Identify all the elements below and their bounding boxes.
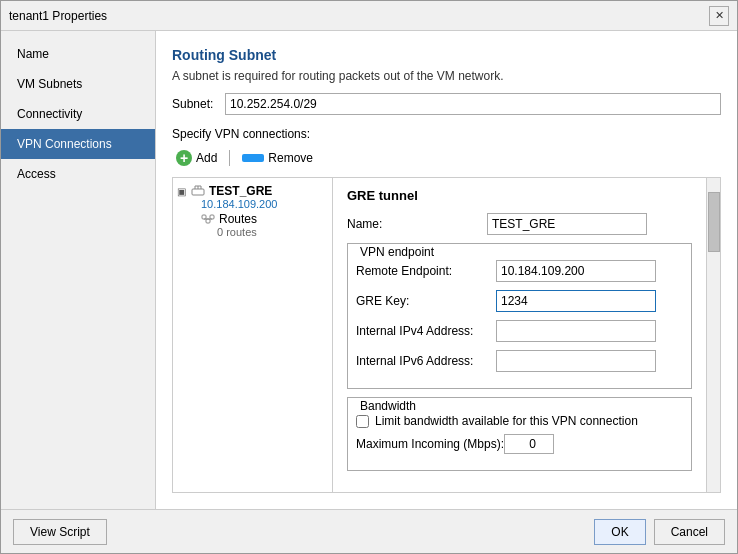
internal-ipv4-row: Internal IPv4 Address:	[356, 320, 683, 342]
internal-ipv6-label: Internal IPv6 Address:	[356, 354, 496, 368]
remote-endpoint-row: Remote Endpoint:	[356, 260, 683, 282]
toolbar: + Add Remove	[172, 147, 721, 169]
detail-title: GRE tunnel	[347, 188, 692, 203]
sidebar-item-connectivity[interactable]: Connectivity	[1, 99, 155, 129]
limit-bandwidth-row: Limit bandwidth available for this VPN c…	[356, 414, 683, 428]
split-panel: ▣ TEST_GRE 10.184.109.200	[172, 177, 721, 493]
detail-scrollbar[interactable]	[706, 178, 720, 492]
remove-icon	[242, 154, 264, 162]
max-incoming-input[interactable]	[504, 434, 554, 454]
name-row: Name:	[347, 213, 692, 235]
limit-bandwidth-label: Limit bandwidth available for this VPN c…	[375, 414, 638, 428]
remote-endpoint-input[interactable]	[496, 260, 656, 282]
tree-collapse-icon[interactable]: ▣	[177, 186, 187, 197]
internal-ipv6-row: Internal IPv6 Address:	[356, 350, 683, 372]
gre-key-label: GRE Key:	[356, 294, 496, 308]
tree-panel: ▣ TEST_GRE 10.184.109.200	[173, 178, 333, 492]
vpn-endpoint-legend: VPN endpoint	[356, 245, 683, 259]
vpn-endpoint-group: VPN endpoint Remote Endpoint: GRE Key: I…	[347, 243, 692, 389]
tree-routes: Routes 0 routes	[201, 210, 277, 240]
title-bar: tenant1 Properties ✕	[1, 1, 737, 31]
routes-row: Routes	[201, 212, 277, 226]
add-label: Add	[196, 151, 217, 165]
tree-item-gre[interactable]: ▣ TEST_GRE 10.184.109.200	[173, 182, 332, 242]
name-label: Name:	[347, 217, 487, 231]
gre-network-icon	[191, 184, 205, 198]
add-icon: +	[176, 150, 192, 166]
internal-ipv4-label: Internal IPv4 Address:	[356, 324, 496, 338]
svg-rect-0	[192, 189, 204, 195]
max-incoming-label: Maximum Incoming (Mbps):	[356, 437, 504, 451]
section-desc: A subnet is required for routing packets…	[172, 69, 721, 83]
vpn-label: Specify VPN connections:	[172, 127, 721, 141]
subnet-label: Subnet:	[172, 97, 217, 111]
add-button[interactable]: + Add	[172, 147, 221, 169]
dialog-window: tenant1 Properties ✕ Name VM Subnets Con…	[0, 0, 738, 554]
footer-right: OK Cancel	[594, 519, 725, 545]
sidebar: Name VM Subnets Connectivity VPN Connect…	[1, 31, 156, 509]
gre-key-input[interactable]	[496, 290, 656, 312]
cancel-button[interactable]: Cancel	[654, 519, 725, 545]
svg-rect-7	[210, 215, 214, 219]
sidebar-item-vm-subnets[interactable]: VM Subnets	[1, 69, 155, 99]
routes-label: Routes	[219, 212, 257, 226]
internal-ipv4-input[interactable]	[496, 320, 656, 342]
dialog-body: Name VM Subnets Connectivity VPN Connect…	[1, 31, 737, 509]
ok-button[interactable]: OK	[594, 519, 645, 545]
name-input[interactable]	[487, 213, 647, 235]
close-button[interactable]: ✕	[709, 6, 729, 26]
subnet-row: Subnet:	[172, 93, 721, 115]
limit-bandwidth-checkbox[interactable]	[356, 415, 369, 428]
tree-item-inner: ▣ TEST_GRE 10.184.109.200	[177, 184, 277, 240]
bandwidth-legend: Bandwidth	[356, 399, 683, 413]
toolbar-separator	[229, 150, 230, 166]
routes-count: 0 routes	[217, 226, 277, 238]
detail-panel: GRE tunnel Name: VPN endpoint Remote End…	[333, 178, 706, 492]
max-incoming-row: Maximum Incoming (Mbps):	[356, 434, 683, 454]
dialog-title: tenant1 Properties	[9, 9, 107, 23]
main-content: Routing Subnet A subnet is required for …	[156, 31, 737, 509]
footer-left: View Script	[13, 519, 107, 545]
remote-endpoint-label: Remote Endpoint:	[356, 264, 496, 278]
scrollbar-thumb[interactable]	[708, 192, 720, 252]
remove-label: Remove	[268, 151, 313, 165]
tree-item-ip: 10.184.109.200	[201, 198, 277, 210]
sidebar-item-vpn-connections[interactable]: VPN Connections	[1, 129, 155, 159]
sidebar-item-access[interactable]: Access	[1, 159, 155, 189]
remove-button[interactable]: Remove	[238, 147, 317, 169]
internal-ipv6-input[interactable]	[496, 350, 656, 372]
view-script-button[interactable]: View Script	[13, 519, 107, 545]
tree-item-name: TEST_GRE	[209, 184, 272, 198]
tree-item-row: ▣ TEST_GRE	[177, 184, 277, 198]
gre-key-row: GRE Key:	[356, 290, 683, 312]
dialog-footer: View Script OK Cancel	[1, 509, 737, 553]
section-title: Routing Subnet	[172, 47, 721, 63]
bandwidth-group: Bandwidth Limit bandwidth available for …	[347, 397, 692, 471]
svg-rect-5	[202, 215, 206, 219]
sidebar-item-name[interactable]: Name	[1, 39, 155, 69]
svg-rect-6	[206, 219, 210, 223]
routes-icon	[201, 212, 215, 226]
subnet-input[interactable]	[225, 93, 721, 115]
